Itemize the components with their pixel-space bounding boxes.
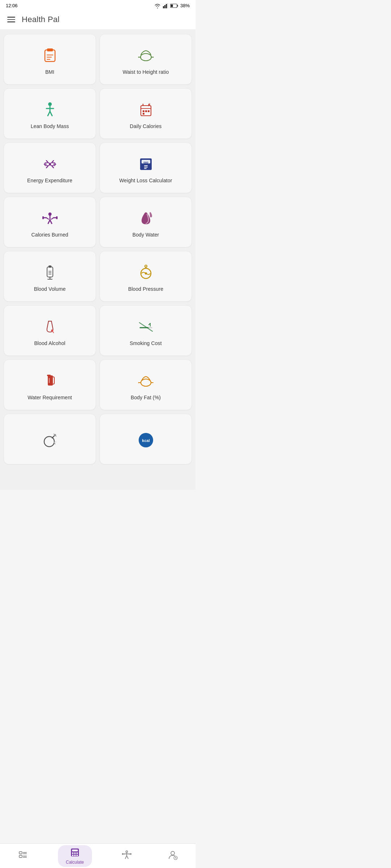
svg-rect-5	[171, 4, 173, 7]
card-waist[interactable]: Waist to Height ratio	[100, 34, 192, 85]
svg-point-64	[145, 265, 147, 267]
svg-point-84	[55, 442, 56, 442]
card-smoking[interactable]: Smoking Cost	[100, 305, 192, 356]
lean-icon	[40, 100, 60, 120]
svg-rect-7	[45, 50, 55, 61]
svg-point-12	[140, 54, 151, 61]
body-water-label: Body Water	[133, 232, 159, 238]
energy-label: Energy Expenditure	[27, 178, 72, 183]
app-header: Health Pal	[0, 10, 196, 30]
card-bmi[interactable]: BMI	[4, 34, 96, 85]
card-calories-burned[interactable]: Calories Burned	[4, 197, 96, 247]
card-blood-pressure[interactable]: Blood Pressure	[100, 251, 192, 302]
bmi-label: BMI	[45, 69, 54, 75]
svg-line-32	[52, 166, 54, 168]
svg-line-79	[52, 436, 54, 438]
water-req-icon	[40, 371, 60, 391]
weight-loss-icon: 080	[136, 154, 156, 174]
svg-line-34	[52, 161, 54, 162]
svg-rect-48	[42, 216, 44, 219]
card-blood-alcohol[interactable]: Blood Alcohol	[4, 305, 96, 356]
body-fat-icon	[136, 371, 156, 391]
status-bar: 12:06 38%	[0, 0, 196, 10]
svg-rect-49	[56, 216, 58, 219]
lean-label: Lean Body Mass	[31, 123, 69, 129]
svg-point-62	[145, 272, 147, 275]
svg-rect-54	[47, 267, 53, 277]
svg-rect-3	[167, 3, 168, 8]
svg-point-13	[138, 57, 139, 58]
card-water-req[interactable]: Water Requirement	[4, 359, 96, 410]
body-fat-label: Body Fat (%)	[131, 395, 161, 400]
signal-icon	[163, 3, 168, 8]
svg-text:kcal: kcal	[142, 438, 150, 443]
body-water-icon	[136, 209, 156, 228]
card-body-water[interactable]: Body Water	[100, 197, 192, 247]
card-daily-calories[interactable]: Daily Calories	[100, 88, 192, 139]
energy-icon	[40, 154, 60, 174]
svg-rect-6	[177, 5, 178, 7]
status-time: 12:06	[6, 3, 18, 8]
calories-burned-label: Calories Burned	[31, 232, 68, 238]
svg-text:080: 080	[143, 161, 148, 164]
card-body-fat[interactable]: Body Fat (%)	[100, 359, 192, 410]
menu-button[interactable]	[7, 17, 15, 22]
wifi-icon	[154, 3, 161, 8]
svg-rect-25	[145, 110, 147, 112]
waist-icon	[136, 46, 156, 65]
kcal-icon: kcal	[136, 430, 156, 450]
app-title: Health Pal	[22, 15, 60, 24]
waist-label: Waist to Height ratio	[123, 69, 169, 75]
bmi-icon	[40, 46, 60, 65]
svg-line-33	[46, 166, 48, 168]
battery-icon	[170, 4, 178, 8]
svg-rect-74	[47, 375, 51, 376]
svg-point-14	[152, 57, 154, 58]
svg-rect-24	[143, 110, 144, 112]
blood-volume-icon	[40, 263, 60, 282]
blood-alcohol-label: Blood Alcohol	[34, 340, 65, 346]
svg-line-31	[46, 161, 48, 162]
svg-rect-8	[47, 48, 53, 51]
daily-calories-icon	[136, 100, 156, 120]
svg-line-19	[50, 111, 52, 116]
svg-rect-27	[143, 113, 144, 115]
svg-line-53	[51, 218, 54, 219]
svg-point-82	[54, 442, 55, 443]
svg-point-78	[44, 437, 54, 447]
weight-loss-label: Weight Loss Calculator	[119, 178, 172, 183]
card-lean[interactable]: Lean Body Mass	[4, 88, 96, 139]
calories-burned-icon	[40, 209, 60, 228]
card-bomb[interactable]	[4, 414, 96, 464]
feature-grid: BMI Waist to Height ratio Lean Body Mass	[0, 30, 196, 490]
blood-pressure-label: Blood Pressure	[128, 286, 163, 292]
card-weight-loss[interactable]: 080 Weight Loss Calculator	[100, 142, 192, 193]
svg-rect-2	[166, 4, 167, 8]
card-kcal[interactable]: kcal	[100, 414, 192, 464]
svg-rect-0	[163, 6, 164, 8]
svg-point-76	[141, 379, 151, 386]
smoking-icon	[136, 317, 156, 337]
blood-pressure-icon	[136, 263, 156, 282]
daily-calories-label: Daily Calories	[130, 123, 162, 129]
svg-line-18	[48, 111, 50, 116]
svg-rect-55	[49, 265, 51, 268]
card-blood-volume[interactable]: Blood Volume	[4, 251, 96, 302]
battery-percent: 38%	[180, 3, 190, 8]
blood-alcohol-icon	[40, 317, 60, 337]
smoking-label: Smoking Cost	[130, 340, 161, 346]
svg-rect-1	[164, 5, 165, 8]
svg-point-77	[138, 382, 139, 383]
water-req-label: Water Requirement	[28, 395, 72, 400]
bomb-icon	[40, 430, 60, 450]
svg-line-52	[46, 218, 49, 219]
blood-volume-label: Blood Volume	[34, 286, 66, 292]
svg-rect-26	[148, 110, 150, 112]
svg-point-83	[54, 443, 55, 444]
card-energy[interactable]: Energy Expenditure	[4, 142, 96, 193]
status-icons: 38%	[154, 3, 190, 8]
svg-line-51	[50, 220, 52, 224]
